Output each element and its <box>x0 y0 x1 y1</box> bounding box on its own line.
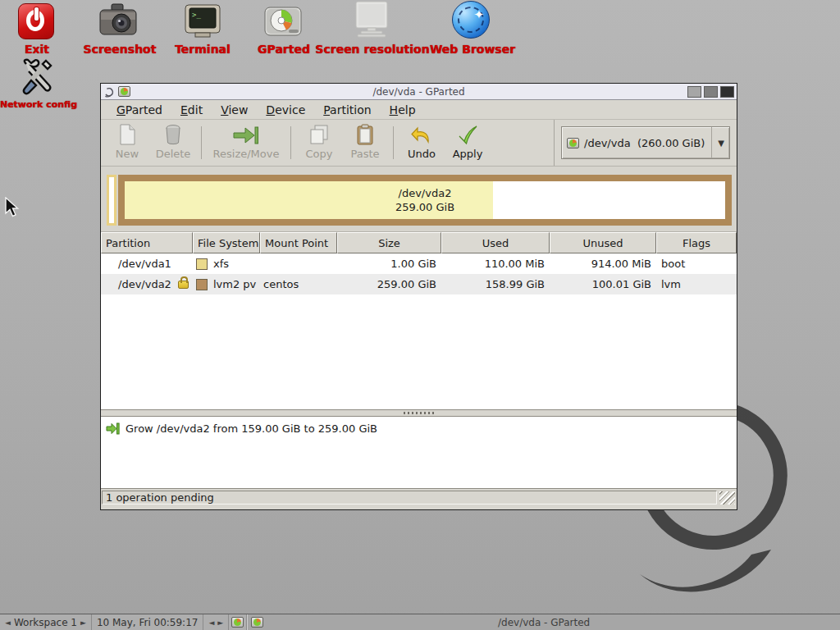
paste-icon <box>356 124 374 145</box>
column-header-file-system[interactable]: File System <box>193 232 260 253</box>
desktop-label-terminal[interactable]: Terminal <box>175 43 231 56</box>
partition-bar-vda1[interactable] <box>107 175 116 226</box>
desktop-label-exit[interactable]: Exit <box>25 43 49 56</box>
cell-used: 158.99 GiB <box>441 274 550 294</box>
menubar: GParted Edit View Device Partition Help <box>101 100 737 120</box>
partition-table: Partition File System Mount Point Size U… <box>101 232 737 409</box>
cell-flags: lvm <box>656 274 737 294</box>
desktop-label-network-config[interactable]: Network config <box>0 99 77 110</box>
power-icon <box>18 3 54 39</box>
desktop-icon-network-config[interactable] <box>18 57 57 100</box>
partition-bar-caption: /dev/vda2 259.00 GiB <box>125 181 725 219</box>
desktop-icon-web-browser[interactable]: ✦ <box>452 1 490 39</box>
desktop-icon-screen-resolution[interactable] <box>351 1 392 42</box>
desktop-label-gparted[interactable]: GParted <box>258 43 310 56</box>
table-body: /dev/vda1 xfs 1.00 GiB 110.00 MiB 914.00… <box>101 253 737 409</box>
new-document-icon <box>117 124 137 145</box>
column-header-used[interactable]: Used <box>441 232 550 253</box>
device-selector-area: /dev/vda (260.00 GiB) ▼ <box>554 120 737 166</box>
cell-partition: /dev/vda1 <box>101 253 193 274</box>
desktop-icon-screenshot[interactable] <box>98 2 138 43</box>
window-close-button[interactable] <box>720 86 734 98</box>
delete-button[interactable]: Delete <box>150 122 196 163</box>
lock-icon <box>178 281 189 289</box>
menu-partition[interactable]: Partition <box>316 101 378 119</box>
task-next-arrow[interactable]: ► <box>217 619 223 627</box>
table-row-vda1[interactable]: /dev/vda1 xfs 1.00 GiB 110.00 MiB 914.00… <box>101 253 737 274</box>
cell-unused: 914.00 MiB <box>550 253 656 274</box>
task-scroll-arrows: ◄ ► <box>203 614 229 630</box>
cell-file-system: lvm2 pv <box>193 274 260 294</box>
resize-move-icon <box>232 126 260 145</box>
device-selector-value: /dev/vda (260.00 GiB) <box>584 137 705 149</box>
status-text: 1 operation pending <box>102 491 717 504</box>
copy-icon <box>308 125 330 145</box>
fs-color-swatch-lvm2 <box>196 279 208 290</box>
cell-size: 1.00 GiB <box>337 253 441 274</box>
svg-text:>_: >_ <box>192 11 201 19</box>
task-button-title: /dev/vda - GParted <box>248 617 840 628</box>
desktop-icon-gparted[interactable] <box>264 5 302 43</box>
menu-edit[interactable]: Edit <box>173 101 210 119</box>
partition-bar-vda2[interactable]: /dev/vda2 259.00 GiB <box>118 175 732 226</box>
monitor-icon <box>351 1 392 39</box>
window-titlebar[interactable]: /dev/vda - GParted <box>101 84 737 100</box>
cell-file-system: xfs <box>193 253 260 274</box>
column-header-mount-point[interactable]: Mount Point <box>260 232 337 253</box>
column-header-size[interactable]: Size <box>337 232 441 253</box>
apply-button[interactable]: Apply <box>445 122 491 163</box>
menu-view[interactable]: View <box>213 101 255 119</box>
taskbar-task-gparted[interactable]: /dev/vda - GParted <box>247 614 840 630</box>
toolbar: New Delete <box>101 120 737 167</box>
cell-partition: /dev/vda2 <box>101 274 193 294</box>
menu-device[interactable]: Device <box>258 101 313 119</box>
resize-move-button[interactable]: Resize/Move <box>207 122 285 163</box>
pending-operation-text: Grow /dev/vda2 from 159.00 GiB to 259.00… <box>126 422 377 435</box>
taskbar: ◄ Workspace 1 ► 10 May, Fri 00:59:17 ◄ ►… <box>0 614 840 630</box>
delete-trash-icon <box>164 124 182 145</box>
mouse-cursor <box>4 197 21 218</box>
taskbar-gparted-icon <box>231 617 244 628</box>
column-header-flags[interactable]: Flags <box>656 232 737 253</box>
fs-color-swatch-xfs <box>196 258 208 270</box>
cell-used: 110.00 MiB <box>441 253 550 274</box>
desktop-label-web-browser[interactable]: Web Browser <box>430 43 515 56</box>
column-header-partition[interactable]: Partition <box>101 232 193 253</box>
splitter-handle-dots <box>404 412 435 414</box>
pending-operation-item[interactable]: Grow /dev/vda2 from 159.00 GiB to 259.00… <box>101 417 737 435</box>
device-selector-dropdown[interactable]: ▼ <box>711 127 724 158</box>
undo-button[interactable]: Undo <box>399 122 445 163</box>
desktop-label-screen-resolution[interactable]: Screen resolution <box>315 43 429 56</box>
taskbar-icon-box <box>229 614 247 630</box>
window-resize-grip[interactable] <box>719 491 735 504</box>
desktop-label-screenshot[interactable]: Screenshot <box>84 43 157 56</box>
partition-visual-panel: /dev/vda2 259.00 GiB <box>101 167 737 232</box>
task-prev-arrow[interactable]: ◄ <box>208 619 214 627</box>
pane-splitter[interactable] <box>101 409 737 417</box>
copy-button[interactable]: Copy <box>296 122 342 163</box>
new-button[interactable]: New <box>104 122 150 163</box>
window-maximize-button[interactable] <box>704 86 718 98</box>
workspace-label: Workspace 1 <box>14 617 77 628</box>
paste-button[interactable]: Paste <box>342 122 388 163</box>
apply-check-icon <box>457 126 478 145</box>
statusbar: 1 operation pending <box>101 489 737 506</box>
desktop-icon-terminal[interactable]: >_ <box>184 3 221 43</box>
device-selector[interactable]: /dev/vda (260.00 GiB) ▼ <box>561 126 730 159</box>
chevron-down-icon: ▼ <box>718 139 724 148</box>
grow-operation-icon <box>106 422 120 435</box>
menu-gparted[interactable]: GParted <box>109 101 170 119</box>
menu-help[interactable]: Help <box>382 101 423 119</box>
workspace-next-arrow[interactable]: ► <box>80 619 86 627</box>
window-minimize-button[interactable] <box>687 86 701 98</box>
workspace-prev-arrow[interactable]: ◄ <box>5 619 11 627</box>
desktop-icon-exit[interactable] <box>18 3 54 39</box>
gparted-window: /dev/vda - GParted GParted Edit View Dev… <box>100 83 737 510</box>
window-title: /dev/vda - GParted <box>101 86 737 98</box>
table-row-vda2[interactable]: /dev/vda2 lvm2 pv centos 259.00 GiB 158.… <box>101 274 737 294</box>
device-drive-icon <box>567 138 579 148</box>
column-header-unused[interactable]: Unused <box>550 232 656 253</box>
table-header: Partition File System Mount Point Size U… <box>101 232 737 253</box>
cell-unused: 100.01 GiB <box>550 274 656 294</box>
workspace-switcher[interactable]: ◄ Workspace 1 ► <box>0 614 92 630</box>
